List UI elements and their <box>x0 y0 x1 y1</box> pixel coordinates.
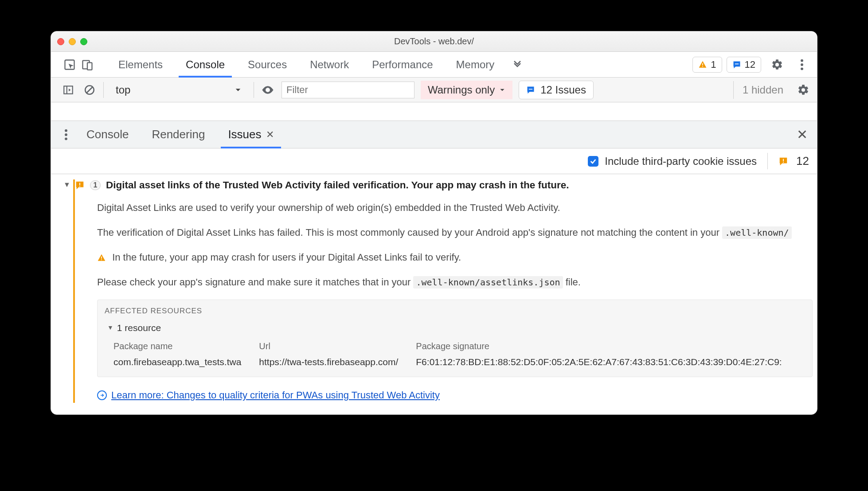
issue-paragraph-1: Digital Asset Links are used to verify y… <box>97 200 813 215</box>
svg-rect-4 <box>702 66 703 67</box>
learn-more-link[interactable]: Learn more: Changes to quality criteria … <box>111 388 440 403</box>
svg-rect-21 <box>79 186 80 187</box>
issues-count: 12 <box>745 59 755 70</box>
titlebar: DevTools - web.dev/ <box>51 31 817 52</box>
tab-network[interactable]: Network <box>298 52 360 77</box>
svg-point-8 <box>801 67 803 70</box>
affected-resources: Affected Resources ▼ 1 resource Package … <box>97 300 813 377</box>
svg-point-6 <box>801 59 803 62</box>
tab-memory[interactable]: Memory <box>445 52 506 77</box>
table-col-url: Url https://twa-tests.firebaseapp.com/ <box>259 339 398 370</box>
chevron-down-icon <box>235 86 242 94</box>
issue-speech-icon <box>526 86 535 94</box>
checkbox-checked-icon <box>588 156 598 167</box>
affected-heading: Affected Resources <box>105 305 805 317</box>
live-expression-eye-icon[interactable] <box>260 82 275 97</box>
issues-pill[interactable]: 12 <box>727 57 761 73</box>
console-toolbar: top Warnings only 12 Issues 1 hidden <box>51 78 817 102</box>
chevron-down-icon <box>499 87 505 93</box>
drawer-tab-console[interactable]: Console <box>75 121 140 148</box>
drawer-tab-issues-label: Issues <box>228 128 261 141</box>
clear-console-icon[interactable] <box>82 82 97 97</box>
tab-elements-label: Elements <box>118 58 163 71</box>
svg-point-7 <box>801 63 803 66</box>
window-controls <box>57 38 87 45</box>
drawer-tab-rendering[interactable]: Rendering <box>140 121 216 148</box>
svg-rect-5 <box>735 63 738 64</box>
svg-rect-18 <box>783 159 784 161</box>
log-level-value: Warnings only <box>428 84 495 96</box>
toggle-sidebar-icon[interactable] <box>61 82 76 97</box>
main-tab-strip: Elements Console Sources Network Perform… <box>51 52 817 78</box>
svg-rect-20 <box>79 183 80 186</box>
issue-speech-warning-icon <box>778 156 788 166</box>
svg-rect-22 <box>101 257 102 259</box>
tab-memory-label: Memory <box>456 58 495 71</box>
window-title: DevTools - web.dev/ <box>51 36 817 47</box>
tab-console-label: Console <box>186 58 225 71</box>
issues-counter-box[interactable]: 12 Issues <box>519 81 594 99</box>
context-select[interactable]: top <box>110 82 247 98</box>
tab-performance[interactable]: Performance <box>360 52 444 77</box>
drawer-tab-rendering-label: Rendering <box>152 128 205 141</box>
svg-rect-3 <box>702 63 703 65</box>
warnings-count: 1 <box>711 59 716 70</box>
issue-severity-bar <box>73 179 75 403</box>
issue-speech-icon <box>732 60 741 69</box>
issues-toolbar: Include third-party cookie issues 12 <box>51 148 817 174</box>
drawer-tab-strip: Console Rendering Issues ✕ ✕ <box>51 121 817 148</box>
col-header-signature: Package signature <box>416 339 782 353</box>
close-tab-icon[interactable]: ✕ <box>266 129 274 140</box>
tab-console[interactable]: Console <box>174 52 236 77</box>
affected-toggle[interactable]: ▼ 1 resource <box>107 321 805 335</box>
drawer-tab-console-label: Console <box>86 128 129 141</box>
col-header-package: Package name <box>113 339 241 353</box>
console-settings-gear-icon[interactable] <box>796 82 811 97</box>
expand-toggle-icon[interactable]: ▼ <box>63 179 70 191</box>
tab-sources-label: Sources <box>248 58 287 71</box>
filter-input[interactable] <box>282 82 414 98</box>
issue-header[interactable]: 1 Digital asset links of the Trusted Web… <box>75 178 813 193</box>
settings-gear-icon[interactable] <box>768 56 786 74</box>
device-toolbar-icon[interactable] <box>78 56 96 74</box>
issue-title: Digital asset links of the Trusted Web A… <box>106 178 569 193</box>
tab-network-label: Network <box>310 58 349 71</box>
drawer-tab-issues[interactable]: Issues ✕ <box>216 121 285 148</box>
close-drawer-icon[interactable]: ✕ <box>793 127 811 142</box>
zoom-window-button[interactable] <box>80 38 87 45</box>
table-col-signature: Package signature F6:01:12:78:BD:E1:88:5… <box>416 339 782 370</box>
sidebar-hidden-count: 1 hidden <box>733 81 783 99</box>
issue-paragraph-3: In the future, your app may crash for us… <box>97 250 813 265</box>
close-window-button[interactable] <box>57 38 64 45</box>
svg-rect-9 <box>64 86 73 94</box>
external-link-icon <box>97 390 107 400</box>
log-level-select[interactable]: Warnings only <box>421 81 512 99</box>
code-snippet: .well-known/assetlinks.json <box>413 276 563 288</box>
tab-elements[interactable]: Elements <box>107 52 174 77</box>
svg-rect-23 <box>101 260 102 261</box>
kebab-menu-icon[interactable] <box>793 56 811 74</box>
affected-subheading: 1 resource <box>117 321 161 335</box>
issue-paragraph-4: Please check your app's signature and ma… <box>97 275 813 290</box>
tab-sources[interactable]: Sources <box>236 52 298 77</box>
svg-point-17 <box>65 137 67 140</box>
more-tabs-icon[interactable] <box>508 56 526 74</box>
issue-gutter: ▼ <box>59 178 75 403</box>
affected-table: Package name com.firebaseapp.twa_tests.t… <box>105 339 805 370</box>
svg-line-12 <box>87 87 93 93</box>
issue-speech-warning-icon <box>75 180 85 190</box>
inspect-element-icon[interactable] <box>61 56 78 74</box>
third-party-cookie-checkbox[interactable]: Include third-party cookie issues <box>588 155 757 168</box>
console-messages-strip <box>51 102 817 121</box>
drawer-kebab-menu-icon[interactable] <box>57 129 75 141</box>
minimize-window-button[interactable] <box>69 38 76 45</box>
third-party-cookie-label: Include third-party cookie issues <box>605 155 757 168</box>
svg-rect-14 <box>529 89 532 90</box>
col-header-url: Url <box>259 339 398 353</box>
warning-triangle-icon <box>698 60 707 69</box>
context-select-value: top <box>116 84 130 96</box>
warnings-pill[interactable]: 1 <box>692 57 722 73</box>
learn-more-row: Learn more: Changes to quality criteria … <box>97 388 813 403</box>
issues-counter-label: 12 Issues <box>540 84 586 96</box>
code-snippet: .well-known/ <box>722 226 792 239</box>
